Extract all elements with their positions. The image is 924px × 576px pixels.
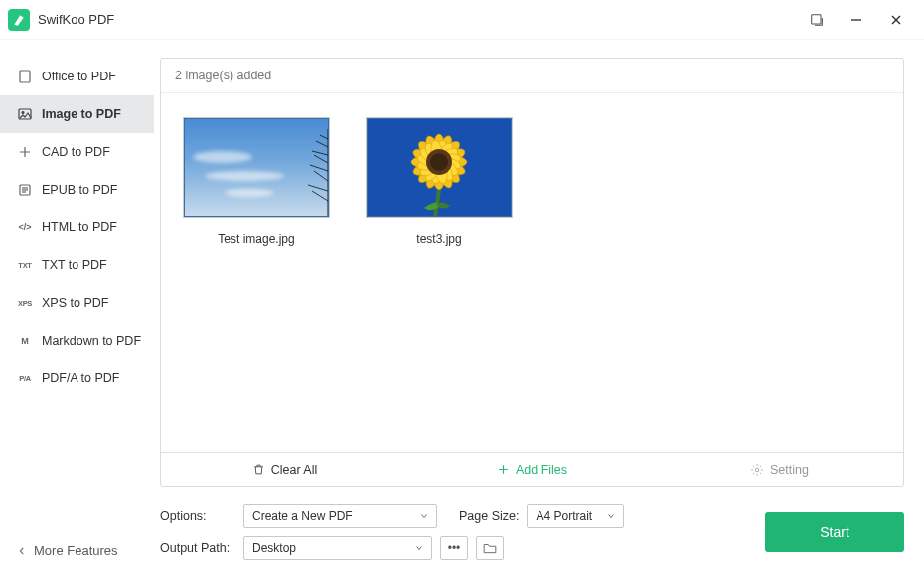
page-size-value: A4 Portrait: [536, 509, 592, 523]
image-icon: [18, 107, 32, 121]
office-icon: [18, 70, 32, 83]
thumbnail-image: [366, 117, 513, 218]
sidebar-item-txt[interactable]: TXT TXT to PDF: [0, 246, 154, 284]
folder-icon: [483, 542, 497, 554]
sidebar-item-xps[interactable]: XPS XPS to PDF: [0, 284, 154, 322]
output-path-value: Desktop: [252, 541, 296, 555]
markdown-icon: M: [18, 334, 32, 348]
minimize-button[interactable]: [837, 4, 876, 36]
options-select[interactable]: Create a New PDF: [243, 504, 437, 528]
sidebar-item-label: PDF/A to PDF: [42, 371, 120, 385]
file-thumbnail[interactable]: Test image.jpg: [183, 117, 330, 246]
content-box: 2 image(s) added: [160, 58, 904, 487]
setting-label: Setting: [770, 463, 809, 477]
open-folder-button[interactable]: [476, 536, 504, 560]
pdfa-icon: P/A: [18, 371, 32, 385]
html-icon: </>: [18, 220, 32, 234]
add-files-label: Add Files: [516, 463, 567, 477]
sidebar-item-epub[interactable]: EPUB to PDF: [0, 171, 154, 209]
page-size-label: Page Size:: [459, 509, 519, 523]
add-files-button[interactable]: Add Files: [408, 453, 656, 486]
thumbnail-image: [183, 117, 330, 218]
sidebar-item-label: Image to PDF: [42, 107, 121, 121]
content-actions: Clear All Add Files Setting: [161, 452, 903, 486]
main-area: 2 image(s) added: [154, 40, 924, 576]
ellipsis-icon: •••: [448, 541, 461, 555]
svg-point-29: [755, 468, 759, 472]
svg-point-6: [22, 112, 24, 114]
svg-rect-4: [20, 71, 30, 82]
sidebar-item-label: Markdown to PDF: [42, 334, 141, 348]
sidebar-item-label: Office to PDF: [42, 70, 116, 83]
plus-icon: [497, 463, 510, 476]
trash-icon: [252, 463, 265, 476]
thumbnail-grid: Test image.jpg: [161, 93, 903, 452]
output-path-label: Output Path:: [160, 541, 235, 555]
close-button[interactable]: [876, 4, 916, 36]
sidebar-item-label: XPS to PDF: [42, 296, 108, 310]
sidebar-item-image[interactable]: Image to PDF: [0, 95, 154, 133]
clear-all-label: Clear All: [271, 463, 318, 477]
svg-rect-0: [812, 14, 821, 23]
app-title: SwifKoo PDF: [38, 12, 114, 27]
cad-icon: [18, 145, 32, 159]
preview-icon[interactable]: [797, 4, 837, 36]
sidebar-item-label: HTML to PDF: [42, 220, 117, 234]
page-size-select[interactable]: A4 Portrait: [527, 504, 624, 528]
more-features-label: More Features: [34, 543, 118, 558]
chevron-down-icon: [420, 512, 428, 520]
start-button-label: Start: [820, 524, 849, 540]
chevron-down-icon: [607, 512, 615, 520]
sidebar-item-pdfa[interactable]: P/A PDF/A to PDF: [0, 360, 154, 397]
sidebar-item-markdown[interactable]: M Markdown to PDF: [0, 322, 154, 360]
chevron-left-icon: [18, 547, 26, 555]
thumbnail-filename: Test image.jpg: [218, 232, 294, 246]
xps-icon: XPS: [18, 296, 32, 310]
options-select-value: Create a New PDF: [252, 509, 353, 523]
sidebar-item-office[interactable]: Office to PDF: [0, 58, 154, 95]
titlebar: SwifKoo PDF: [0, 0, 924, 40]
svg-point-28: [430, 153, 448, 171]
file-thumbnail[interactable]: test3.jpg: [366, 117, 513, 246]
sidebar-item-label: EPUB to PDF: [42, 183, 117, 197]
options-label: Options:: [160, 509, 235, 523]
chevron-down-icon: [415, 544, 423, 552]
sidebar: Office to PDF Image to PDF CAD to PDF EP…: [0, 40, 154, 576]
clear-all-button[interactable]: Clear All: [161, 453, 408, 486]
start-button[interactable]: Start: [765, 512, 904, 552]
sidebar-item-label: CAD to PDF: [42, 145, 110, 159]
more-options-button[interactable]: •••: [440, 536, 468, 560]
content-header: 2 image(s) added: [161, 59, 903, 93]
thumbnail-filename: test3.jpg: [416, 232, 461, 246]
sidebar-item-label: TXT to PDF: [42, 258, 107, 272]
setting-button[interactable]: Setting: [656, 453, 903, 486]
gear-icon: [750, 463, 764, 477]
sidebar-item-cad[interactable]: CAD to PDF: [0, 133, 154, 171]
output-path-select[interactable]: Desktop: [243, 536, 432, 560]
more-features-button[interactable]: More Features: [18, 543, 118, 558]
epub-icon: [18, 183, 32, 197]
txt-icon: TXT: [18, 258, 32, 272]
sidebar-item-html[interactable]: </> HTML to PDF: [0, 209, 154, 246]
app-logo: [8, 9, 30, 31]
